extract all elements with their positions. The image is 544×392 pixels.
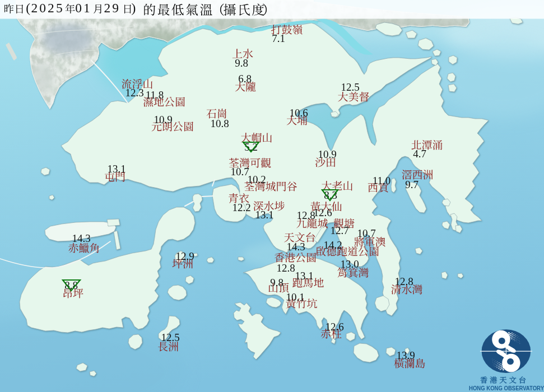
svg-text:13.0: 13.0	[340, 258, 359, 270]
svg-text:12.9: 12.9	[175, 250, 194, 262]
svg-text:14.3: 14.3	[72, 232, 90, 244]
svg-text:10.9: 10.9	[154, 114, 172, 125]
svg-text:10.1: 10.1	[286, 291, 304, 303]
svg-text:12.7: 12.7	[330, 225, 348, 236]
svg-text:12.2: 12.2	[232, 202, 250, 213]
svg-text:13.1: 13.1	[295, 270, 313, 282]
svg-text:10.2: 10.2	[247, 174, 266, 185]
svg-text:12.3: 12.3	[125, 87, 143, 99]
svg-text:13.9: 13.9	[396, 349, 415, 361]
svg-text:13.1: 13.1	[255, 209, 273, 221]
svg-text:12.8: 12.8	[296, 209, 315, 221]
svg-text:10.7: 10.7	[357, 227, 375, 239]
svg-text:14.2: 14.2	[323, 239, 342, 251]
svg-text:10.7: 10.7	[230, 166, 249, 178]
svg-text:14.3: 14.3	[286, 241, 305, 253]
svg-text:11.8: 11.8	[146, 89, 164, 101]
svg-text:6.8: 6.8	[238, 73, 252, 85]
svg-text:12.8: 12.8	[276, 262, 295, 274]
svg-text:HONG KONG OBSERVATORY: HONG KONG OBSERVATORY	[469, 384, 544, 391]
svg-text:9.8: 9.8	[235, 57, 248, 69]
svg-text:11.0: 11.0	[373, 175, 391, 186]
svg-text:12.5: 12.5	[341, 81, 359, 93]
svg-text:9.7: 9.7	[405, 179, 419, 190]
svg-text:13.1: 13.1	[107, 163, 125, 175]
svg-text:12.5: 12.5	[161, 332, 179, 343]
svg-text:4.7: 4.7	[413, 148, 426, 160]
svg-text:12.8: 12.8	[394, 276, 413, 287]
svg-text:10.6: 10.6	[289, 107, 308, 119]
svg-text:9.8: 9.8	[270, 277, 283, 288]
svg-text:12.6: 12.6	[313, 207, 332, 218]
svg-text:(: (	[26, 1, 30, 15]
svg-text:12.6: 12.6	[325, 321, 343, 333]
svg-text:7.1: 7.1	[272, 32, 285, 44]
svg-text:10.8: 10.8	[210, 118, 229, 129]
svg-text:10.9: 10.9	[318, 148, 336, 160]
svg-text:): )	[132, 1, 136, 15]
